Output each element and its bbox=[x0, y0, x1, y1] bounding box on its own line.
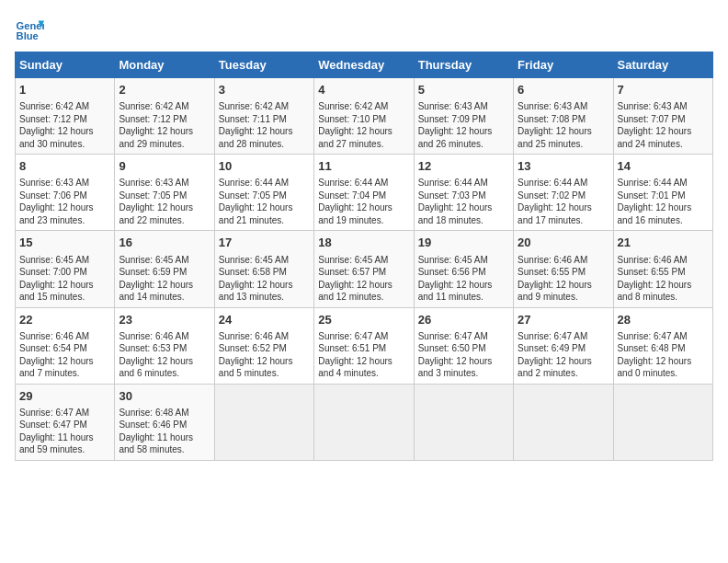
column-header-thursday: Thursday bbox=[414, 52, 513, 78]
calendar-cell: 21Sunrise: 6:46 AM Sunset: 6:55 PM Dayli… bbox=[613, 231, 712, 307]
day-number: 5 bbox=[418, 82, 509, 98]
svg-text:Blue: Blue bbox=[17, 30, 39, 41]
column-header-saturday: Saturday bbox=[613, 52, 712, 78]
calendar-cell: 5Sunrise: 6:43 AM Sunset: 7:09 PM Daylig… bbox=[414, 78, 513, 155]
calendar-cell: 28Sunrise: 6:47 AM Sunset: 6:48 PM Dayli… bbox=[613, 307, 712, 384]
calendar-cell bbox=[314, 384, 414, 460]
calendar-week-1: 1Sunrise: 6:42 AM Sunset: 7:12 PM Daylig… bbox=[16, 78, 713, 155]
day-number: 26 bbox=[418, 312, 509, 328]
day-info: Sunrise: 6:46 AM Sunset: 6:55 PM Dayligh… bbox=[618, 254, 709, 304]
logo-icon: General Blue bbox=[15, 15, 44, 44]
calendar-cell bbox=[214, 384, 313, 460]
day-number: 2 bbox=[119, 82, 210, 98]
day-number: 6 bbox=[518, 82, 609, 98]
day-info: Sunrise: 6:47 AM Sunset: 6:47 PM Dayligh… bbox=[19, 407, 110, 456]
calendar-cell: 2Sunrise: 6:42 AM Sunset: 7:12 PM Daylig… bbox=[115, 78, 214, 155]
day-info: Sunrise: 6:44 AM Sunset: 7:05 PM Dayligh… bbox=[219, 177, 310, 226]
day-info: Sunrise: 6:45 AM Sunset: 6:59 PM Dayligh… bbox=[119, 254, 210, 304]
calendar-body: 1Sunrise: 6:42 AM Sunset: 7:12 PM Daylig… bbox=[16, 78, 713, 461]
day-number: 13 bbox=[518, 158, 609, 175]
calendar-cell: 24Sunrise: 6:46 AM Sunset: 6:52 PM Dayli… bbox=[214, 307, 313, 384]
day-info: Sunrise: 6:46 AM Sunset: 6:55 PM Dayligh… bbox=[518, 254, 609, 304]
calendar-cell: 20Sunrise: 6:46 AM Sunset: 6:55 PM Dayli… bbox=[514, 231, 613, 307]
day-info: Sunrise: 6:42 AM Sunset: 7:12 PM Dayligh… bbox=[19, 100, 110, 150]
calendar-cell bbox=[613, 384, 712, 460]
logo: General Blue bbox=[15, 15, 48, 44]
calendar-cell: 7Sunrise: 6:43 AM Sunset: 7:07 PM Daylig… bbox=[613, 78, 712, 155]
day-info: Sunrise: 6:46 AM Sunset: 6:52 PM Dayligh… bbox=[219, 330, 310, 380]
day-number: 11 bbox=[318, 158, 409, 175]
day-info: Sunrise: 6:46 AM Sunset: 6:54 PM Dayligh… bbox=[19, 330, 110, 380]
day-info: Sunrise: 6:44 AM Sunset: 7:04 PM Dayligh… bbox=[318, 177, 409, 226]
day-number: 10 bbox=[219, 158, 310, 175]
day-number: 14 bbox=[618, 158, 709, 175]
day-info: Sunrise: 6:45 AM Sunset: 7:00 PM Dayligh… bbox=[19, 254, 110, 304]
calendar-cell: 19Sunrise: 6:45 AM Sunset: 6:56 PM Dayli… bbox=[414, 231, 513, 307]
day-info: Sunrise: 6:42 AM Sunset: 7:10 PM Dayligh… bbox=[318, 100, 409, 150]
day-info: Sunrise: 6:48 AM Sunset: 6:46 PM Dayligh… bbox=[119, 407, 210, 456]
calendar-cell: 23Sunrise: 6:46 AM Sunset: 6:53 PM Dayli… bbox=[115, 307, 214, 384]
calendar-cell: 10Sunrise: 6:44 AM Sunset: 7:05 PM Dayli… bbox=[214, 155, 313, 231]
calendar-cell: 6Sunrise: 6:43 AM Sunset: 7:08 PM Daylig… bbox=[514, 78, 613, 155]
day-number: 29 bbox=[19, 388, 110, 405]
calendar-cell: 29Sunrise: 6:47 AM Sunset: 6:47 PM Dayli… bbox=[16, 384, 115, 460]
calendar-cell: 25Sunrise: 6:47 AM Sunset: 6:51 PM Dayli… bbox=[314, 307, 414, 384]
calendar-table: SundayMondayTuesdayWednesdayThursdayFrid… bbox=[15, 52, 713, 461]
day-info: Sunrise: 6:47 AM Sunset: 6:49 PM Dayligh… bbox=[518, 330, 609, 380]
day-number: 22 bbox=[19, 312, 110, 328]
calendar-cell: 9Sunrise: 6:43 AM Sunset: 7:05 PM Daylig… bbox=[115, 155, 214, 231]
column-header-friday: Friday bbox=[514, 52, 613, 78]
column-header-sunday: Sunday bbox=[16, 52, 115, 78]
day-number: 19 bbox=[418, 235, 509, 251]
day-number: 4 bbox=[318, 82, 409, 98]
day-number: 24 bbox=[219, 312, 310, 328]
day-info: Sunrise: 6:42 AM Sunset: 7:11 PM Dayligh… bbox=[219, 100, 310, 150]
calendar-cell: 8Sunrise: 6:43 AM Sunset: 7:06 PM Daylig… bbox=[16, 155, 115, 231]
day-number: 18 bbox=[318, 235, 409, 251]
day-info: Sunrise: 6:44 AM Sunset: 7:01 PM Dayligh… bbox=[618, 177, 709, 226]
column-header-monday: Monday bbox=[115, 52, 214, 78]
calendar-cell: 14Sunrise: 6:44 AM Sunset: 7:01 PM Dayli… bbox=[613, 155, 712, 231]
day-number: 17 bbox=[219, 235, 310, 251]
calendar-cell: 26Sunrise: 6:47 AM Sunset: 6:50 PM Dayli… bbox=[414, 307, 513, 384]
calendar-week-2: 8Sunrise: 6:43 AM Sunset: 7:06 PM Daylig… bbox=[16, 155, 713, 231]
day-info: Sunrise: 6:43 AM Sunset: 7:08 PM Dayligh… bbox=[518, 100, 609, 150]
day-info: Sunrise: 6:47 AM Sunset: 6:48 PM Dayligh… bbox=[618, 330, 709, 380]
calendar-cell: 4Sunrise: 6:42 AM Sunset: 7:10 PM Daylig… bbox=[314, 78, 414, 155]
calendar-cell bbox=[514, 384, 613, 460]
calendar-cell: 3Sunrise: 6:42 AM Sunset: 7:11 PM Daylig… bbox=[214, 78, 313, 155]
day-info: Sunrise: 6:45 AM Sunset: 6:58 PM Dayligh… bbox=[219, 254, 310, 304]
calendar-week-5: 29Sunrise: 6:47 AM Sunset: 6:47 PM Dayli… bbox=[16, 384, 713, 460]
column-header-wednesday: Wednesday bbox=[314, 52, 414, 78]
day-info: Sunrise: 6:43 AM Sunset: 7:05 PM Dayligh… bbox=[119, 177, 210, 226]
day-number: 30 bbox=[119, 388, 210, 405]
day-info: Sunrise: 6:42 AM Sunset: 7:12 PM Dayligh… bbox=[119, 100, 210, 150]
day-number: 3 bbox=[219, 82, 310, 98]
calendar-week-3: 15Sunrise: 6:45 AM Sunset: 7:00 PM Dayli… bbox=[16, 231, 713, 307]
day-number: 1 bbox=[19, 82, 110, 98]
calendar-cell: 18Sunrise: 6:45 AM Sunset: 6:57 PM Dayli… bbox=[314, 231, 414, 307]
day-info: Sunrise: 6:45 AM Sunset: 6:57 PM Dayligh… bbox=[318, 254, 409, 304]
day-info: Sunrise: 6:47 AM Sunset: 6:51 PM Dayligh… bbox=[318, 330, 409, 380]
day-number: 21 bbox=[618, 235, 709, 251]
header: General Blue bbox=[15, 15, 713, 44]
day-number: 27 bbox=[518, 312, 609, 328]
day-info: Sunrise: 6:43 AM Sunset: 7:07 PM Dayligh… bbox=[618, 100, 709, 150]
calendar-cell: 22Sunrise: 6:46 AM Sunset: 6:54 PM Dayli… bbox=[16, 307, 115, 384]
day-number: 20 bbox=[518, 235, 609, 251]
day-info: Sunrise: 6:47 AM Sunset: 6:50 PM Dayligh… bbox=[418, 330, 509, 380]
calendar-cell: 27Sunrise: 6:47 AM Sunset: 6:49 PM Dayli… bbox=[514, 307, 613, 384]
day-info: Sunrise: 6:43 AM Sunset: 7:09 PM Dayligh… bbox=[418, 100, 509, 150]
day-info: Sunrise: 6:45 AM Sunset: 6:56 PM Dayligh… bbox=[418, 254, 509, 304]
column-header-tuesday: Tuesday bbox=[214, 52, 313, 78]
day-info: Sunrise: 6:44 AM Sunset: 7:02 PM Dayligh… bbox=[518, 177, 609, 226]
day-number: 9 bbox=[119, 158, 210, 175]
column-headers: SundayMondayTuesdayWednesdayThursdayFrid… bbox=[16, 52, 713, 78]
day-info: Sunrise: 6:44 AM Sunset: 7:03 PM Dayligh… bbox=[418, 177, 509, 226]
day-number: 12 bbox=[418, 158, 509, 175]
calendar-cell bbox=[414, 384, 513, 460]
calendar-cell: 15Sunrise: 6:45 AM Sunset: 7:00 PM Dayli… bbox=[16, 231, 115, 307]
day-number: 25 bbox=[318, 312, 409, 328]
day-number: 8 bbox=[19, 158, 110, 175]
day-number: 23 bbox=[119, 312, 210, 328]
